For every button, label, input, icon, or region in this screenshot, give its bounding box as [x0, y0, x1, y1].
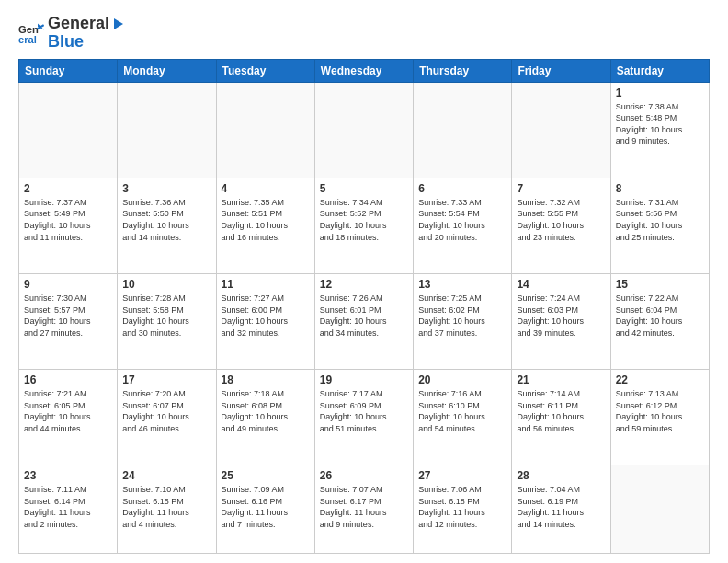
- header: Gen eral General Blue: [18, 15, 710, 52]
- calendar-cell: 1Sunrise: 7:38 AM Sunset: 5:48 PM Daylig…: [610, 82, 709, 178]
- day-number: 23: [24, 469, 112, 482]
- day-number: 18: [222, 373, 310, 386]
- calendar-header-row: SundayMondayTuesdayWednesdayThursdayFrid…: [19, 59, 710, 82]
- calendar-week-row: 1Sunrise: 7:38 AM Sunset: 5:48 PM Daylig…: [19, 82, 710, 178]
- calendar-cell: 13Sunrise: 7:25 AM Sunset: 6:02 PM Dayli…: [414, 273, 512, 369]
- day-info: Sunrise: 7:27 AM Sunset: 6:00 PM Dayligh…: [222, 293, 310, 339]
- calendar-week-row: 23Sunrise: 7:11 AM Sunset: 6:14 PM Dayli…: [19, 465, 710, 554]
- calendar-cell: 25Sunrise: 7:09 AM Sunset: 6:16 PM Dayli…: [216, 465, 314, 554]
- day-info: Sunrise: 7:38 AM Sunset: 5:48 PM Dayligh…: [616, 101, 704, 147]
- calendar-cell: 20Sunrise: 7:16 AM Sunset: 6:10 PM Dayli…: [414, 370, 512, 465]
- day-number: 11: [222, 278, 310, 291]
- calendar-cell: 18Sunrise: 7:18 AM Sunset: 6:08 PM Dayli…: [216, 370, 314, 465]
- day-number: 10: [122, 278, 210, 291]
- day-number: 8: [616, 182, 704, 195]
- calendar-cell: 24Sunrise: 7:10 AM Sunset: 6:15 PM Dayli…: [118, 465, 216, 554]
- day-number: 20: [418, 373, 506, 386]
- day-number: 28: [517, 469, 605, 482]
- day-info: Sunrise: 7:16 AM Sunset: 6:10 PM Dayligh…: [418, 388, 506, 434]
- calendar-cell: 4Sunrise: 7:35 AM Sunset: 5:51 PM Daylig…: [216, 178, 314, 273]
- svg-marker-4: [114, 18, 123, 29]
- day-info: Sunrise: 7:36 AM Sunset: 5:50 PM Dayligh…: [122, 197, 210, 243]
- day-info: Sunrise: 7:31 AM Sunset: 5:56 PM Dayligh…: [616, 197, 704, 243]
- day-info: Sunrise: 7:09 AM Sunset: 6:16 PM Dayligh…: [222, 484, 310, 530]
- weekday-header-saturday: Saturday: [610, 59, 709, 82]
- day-info: Sunrise: 7:07 AM Sunset: 6:17 PM Dayligh…: [320, 484, 408, 530]
- day-info: Sunrise: 7:21 AM Sunset: 6:05 PM Dayligh…: [24, 388, 112, 434]
- day-info: Sunrise: 7:34 AM Sunset: 5:52 PM Dayligh…: [320, 197, 408, 243]
- calendar-cell: 22Sunrise: 7:13 AM Sunset: 6:12 PM Dayli…: [610, 370, 709, 465]
- calendar-cell: 23Sunrise: 7:11 AM Sunset: 6:14 PM Dayli…: [19, 465, 118, 554]
- day-info: Sunrise: 7:28 AM Sunset: 5:58 PM Dayligh…: [122, 293, 210, 339]
- day-info: Sunrise: 7:14 AM Sunset: 6:11 PM Dayligh…: [517, 388, 605, 434]
- calendar-cell: 14Sunrise: 7:24 AM Sunset: 6:03 PM Dayli…: [512, 273, 610, 369]
- day-number: 14: [517, 278, 605, 291]
- calendar-cell: 28Sunrise: 7:04 AM Sunset: 6:19 PM Dayli…: [512, 465, 610, 554]
- calendar-cell: 26Sunrise: 7:07 AM Sunset: 6:17 PM Dayli…: [314, 465, 413, 554]
- calendar-cell: 12Sunrise: 7:26 AM Sunset: 6:01 PM Dayli…: [314, 273, 413, 369]
- calendar-cell: 9Sunrise: 7:30 AM Sunset: 5:57 PM Daylig…: [19, 273, 118, 369]
- day-number: 12: [320, 278, 408, 291]
- calendar-cell: 15Sunrise: 7:22 AM Sunset: 6:04 PM Dayli…: [610, 273, 709, 369]
- day-info: Sunrise: 7:13 AM Sunset: 6:12 PM Dayligh…: [616, 388, 704, 434]
- calendar-cell: 27Sunrise: 7:06 AM Sunset: 6:18 PM Dayli…: [414, 465, 512, 554]
- day-info: Sunrise: 7:35 AM Sunset: 5:51 PM Dayligh…: [222, 197, 310, 243]
- logo-blue: Blue: [48, 33, 125, 52]
- weekday-header-monday: Monday: [118, 59, 216, 82]
- svg-text:Gen: Gen: [18, 24, 39, 35]
- calendar-cell: [414, 82, 512, 178]
- weekday-header-sunday: Sunday: [19, 59, 118, 82]
- calendar-cell: 19Sunrise: 7:17 AM Sunset: 6:09 PM Dayli…: [314, 370, 413, 465]
- page: Gen eral General Blue SundayMondayTuesda…: [0, 0, 728, 563]
- day-number: 4: [222, 182, 310, 195]
- calendar-cell: 2Sunrise: 7:37 AM Sunset: 5:49 PM Daylig…: [19, 178, 118, 273]
- calendar-week-row: 9Sunrise: 7:30 AM Sunset: 5:57 PM Daylig…: [19, 273, 710, 369]
- day-number: 7: [517, 182, 605, 195]
- day-info: Sunrise: 7:32 AM Sunset: 5:55 PM Dayligh…: [517, 197, 605, 243]
- day-number: 26: [320, 469, 408, 482]
- calendar-week-row: 16Sunrise: 7:21 AM Sunset: 6:05 PM Dayli…: [19, 370, 710, 465]
- day-info: Sunrise: 7:10 AM Sunset: 6:15 PM Dayligh…: [122, 484, 210, 530]
- day-info: Sunrise: 7:06 AM Sunset: 6:18 PM Dayligh…: [418, 484, 506, 530]
- weekday-header-friday: Friday: [512, 59, 610, 82]
- day-info: Sunrise: 7:04 AM Sunset: 6:19 PM Dayligh…: [517, 484, 605, 530]
- weekday-header-tuesday: Tuesday: [216, 59, 314, 82]
- day-number: 1: [616, 86, 704, 99]
- calendar-week-row: 2Sunrise: 7:37 AM Sunset: 5:49 PM Daylig…: [19, 178, 710, 273]
- day-number: 9: [24, 278, 112, 291]
- day-number: 3: [122, 182, 210, 195]
- day-info: Sunrise: 7:30 AM Sunset: 5:57 PM Dayligh…: [24, 293, 112, 339]
- weekday-header-thursday: Thursday: [414, 59, 512, 82]
- day-number: 19: [320, 373, 408, 386]
- day-info: Sunrise: 7:22 AM Sunset: 6:04 PM Dayligh…: [616, 293, 704, 339]
- calendar-cell: 16Sunrise: 7:21 AM Sunset: 6:05 PM Dayli…: [19, 370, 118, 465]
- day-info: Sunrise: 7:18 AM Sunset: 6:08 PM Dayligh…: [222, 388, 310, 434]
- day-number: 22: [616, 373, 704, 386]
- day-info: Sunrise: 7:37 AM Sunset: 5:49 PM Dayligh…: [24, 197, 112, 243]
- calendar-cell: 10Sunrise: 7:28 AM Sunset: 5:58 PM Dayli…: [118, 273, 216, 369]
- day-info: Sunrise: 7:20 AM Sunset: 6:07 PM Dayligh…: [122, 388, 210, 434]
- day-number: 15: [616, 278, 704, 291]
- calendar-cell: 11Sunrise: 7:27 AM Sunset: 6:00 PM Dayli…: [216, 273, 314, 369]
- calendar-cell: 7Sunrise: 7:32 AM Sunset: 5:55 PM Daylig…: [512, 178, 610, 273]
- logo: Gen eral General Blue: [18, 15, 125, 52]
- day-number: 24: [122, 469, 210, 482]
- calendar-cell: [512, 82, 610, 178]
- day-number: 13: [418, 278, 506, 291]
- day-info: Sunrise: 7:11 AM Sunset: 6:14 PM Dayligh…: [24, 484, 112, 530]
- day-number: 6: [418, 182, 506, 195]
- logo-general: General: [48, 15, 125, 33]
- calendar-cell: [216, 82, 314, 178]
- day-number: 17: [122, 373, 210, 386]
- weekday-header-wednesday: Wednesday: [314, 59, 413, 82]
- day-number: 27: [418, 469, 506, 482]
- calendar-cell: [314, 82, 413, 178]
- logo-icon: Gen eral: [18, 20, 44, 46]
- day-number: 5: [320, 182, 408, 195]
- calendar-cell: [610, 465, 709, 554]
- day-info: Sunrise: 7:33 AM Sunset: 5:54 PM Dayligh…: [418, 197, 506, 243]
- svg-text:eral: eral: [18, 34, 37, 45]
- calendar-cell: 5Sunrise: 7:34 AM Sunset: 5:52 PM Daylig…: [314, 178, 413, 273]
- calendar-cell: 6Sunrise: 7:33 AM Sunset: 5:54 PM Daylig…: [414, 178, 512, 273]
- day-info: Sunrise: 7:26 AM Sunset: 6:01 PM Dayligh…: [320, 293, 408, 339]
